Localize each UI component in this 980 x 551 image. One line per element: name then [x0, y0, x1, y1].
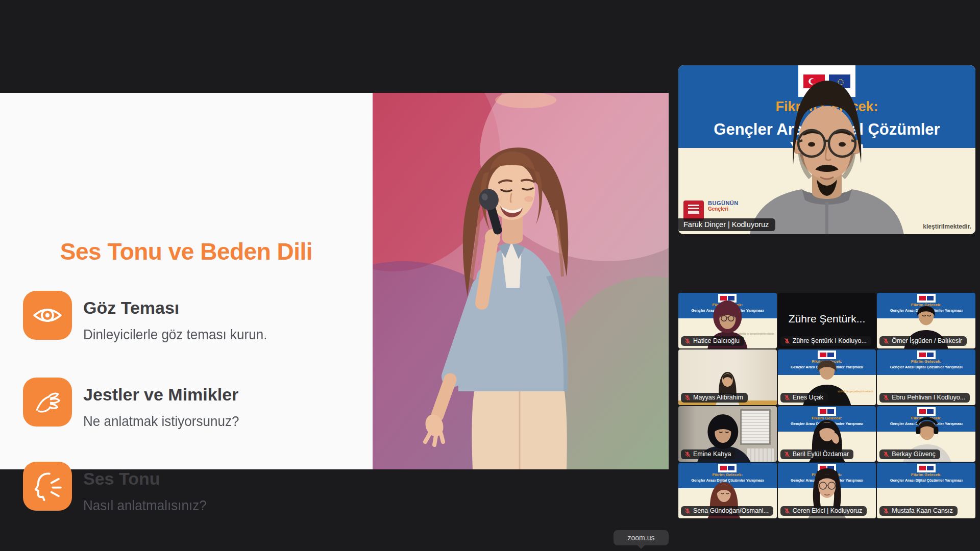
participant-tile-enes[interactable]: Fikrim Gelecek: Gençler Arası Dijital Çö…: [778, 349, 876, 405]
muted-mic-icon: [784, 338, 790, 344]
tiny-footer-text: işbirliği ile gerçekleştirilmektedir.: [739, 332, 775, 335]
participant-grid: Fikrim Gelecek: Gençler Arası Dijital Çö…: [678, 293, 975, 518]
participant-name: Enes Uçak: [793, 394, 823, 401]
muted-mic-icon: [784, 394, 790, 401]
participant-name: Faruk Dinçer | Kodluyoruz: [683, 220, 769, 229]
muted-mic-icon: [883, 508, 889, 514]
participant-name-tag: Mayyas Alibrahim: [681, 393, 748, 403]
hand-gesture-icon: [23, 378, 72, 427]
participant-tile-emine[interactable]: Emine Kahya: [678, 406, 777, 462]
background-footer-text: kleştirilmektedir.: [923, 223, 971, 230]
muted-mic-icon: [784, 508, 790, 514]
participant-name-tag: Ebru Pehlivan I Kodluyo...: [879, 393, 970, 403]
participant-name: Emine Kahya: [693, 450, 731, 458]
participant-name: Zühre Şentürk I Kodluyo...: [793, 337, 867, 344]
slide-title: Ses Tonu ve Beden Dili: [0, 238, 373, 265]
logo-text-line1: BUGÜNÜN: [708, 201, 739, 207]
participant-tile-ebru[interactable]: Fikrim Gelecek: Gençler Arası Dijital Çö…: [877, 349, 975, 405]
stage-speaker-photo: [373, 93, 669, 469]
slide-item-heading: Ses Tonu: [83, 469, 160, 489]
turkey-eu-flags-logo: [917, 464, 936, 472]
participant-name-tag: Enes Uçak: [780, 393, 828, 403]
muted-mic-icon: [784, 451, 790, 458]
tog-logo: [683, 201, 704, 221]
tooltip-text: zoom.us: [628, 534, 655, 542]
zoomus-tooltip: zoom.us: [614, 530, 669, 545]
participant-tile-sena[interactable]: Fikrim Gelecek: Gençler Arası Dijital Çö…: [678, 463, 777, 518]
active-speaker-video[interactable]: Fikrim Gelecek: Gençler Arası Dijital Çö…: [678, 65, 975, 234]
muted-mic-icon: [684, 394, 691, 401]
participant-tile-berkay[interactable]: Fikrim Gelecek: Gençler Arası Dijital Çö…: [877, 406, 975, 462]
participant-name-tag: Sena Gündoğan/Osmani...: [681, 506, 773, 516]
slide-item-description: Dinleyicilerle göz teması kurun.: [83, 327, 267, 343]
slide-item-description: Ne anlatmak istiyorsunuz?: [83, 413, 239, 430]
turkey-eu-flags-logo: [917, 350, 936, 359]
slide-item-description: Nasıl anlatmalısınız?: [83, 497, 207, 514]
slide-item-heading: Jestler ve Mimikler: [83, 385, 238, 405]
eye-icon: [23, 291, 72, 340]
participant-tile-mayyas[interactable]: Mayyas Alibrahim: [678, 349, 777, 405]
muted-mic-icon: [684, 508, 691, 514]
participant-name-tag: Berkay Güvenç: [879, 449, 940, 459]
participant-name-tag: Emine Kahya: [681, 449, 736, 459]
participant-name-tag: Hatice Dalcıoğlu: [681, 336, 744, 346]
participant-tile-beril[interactable]: Fikrim Gelecek: Gençler Arası Dijital Çö…: [778, 406, 876, 462]
participant-name: Sena Gündoğan/Osmani...: [693, 507, 769, 514]
participant-tile-ceren[interactable]: Fikrim Gelecek: Gençler Arası Dijital Çö…: [778, 463, 876, 518]
participant-name-tag: Mustafa Kaan Cansız: [879, 506, 958, 516]
slide-item-gestures: Jestler ve Mimikler Ne anlatmak istiyors…: [23, 378, 360, 429]
slide-item-eye-contact: Göz Teması Dinleyicilerle göz teması kur…: [23, 291, 360, 342]
slide-item-voice-tone: Ses Tonu Nasıl anlatmalısınız?: [23, 462, 360, 513]
participant-name: Mayyas Alibrahim: [693, 394, 743, 401]
participant-name-tag: Ömer İşgüden / Balıkesir: [879, 336, 967, 346]
participant-name: Ebru Pehlivan I Kodluyo...: [892, 394, 965, 401]
participant-name: Beril Eylül Özdamar: [793, 450, 849, 458]
zoom-meeting-window: Ses Tonu ve Beden Dili Göz Teması Dinley…: [0, 0, 980, 551]
tiny-footer-text: işbirliği ile gerçekleştirilmektedir.: [838, 390, 874, 393]
participant-name-tag: Ceren Ekici | Kodluyoruz: [780, 506, 867, 516]
participant-tile-hatice[interactable]: Fikrim Gelecek: Gençler Arası Dijital Çö…: [678, 293, 777, 348]
participant-name-tag: Faruk Dinçer | Kodluyoruz: [678, 218, 775, 231]
participant-tile-zuhre[interactable]: Zühre Şentürk... Zühre Şentürk I Kodluyo…: [778, 293, 876, 348]
participant-name-tag: Beril Eylül Özdamar: [780, 449, 853, 459]
participant-tile-mustafa[interactable]: Fikrim Gelecek: Gençler Arası Dijital Çö…: [877, 463, 975, 518]
logo-text-line2: Gençleri: [708, 207, 739, 212]
muted-mic-icon: [883, 338, 889, 344]
muted-mic-icon: [684, 451, 691, 458]
participant-name: Mustafa Kaan Cansız: [892, 507, 953, 514]
shared-screen-slide: Ses Tonu ve Beden Dili Göz Teması Dinley…: [0, 93, 669, 469]
participant-name: Ceren Ekici | Kodluyoruz: [793, 507, 863, 514]
participant-name: Ömer İşgüden / Balıkesir: [892, 337, 962, 344]
muted-mic-icon: [883, 394, 889, 401]
muted-mic-icon: [883, 451, 889, 458]
participant-name-tag: Zühre Şentürk I Kodluyo...: [780, 336, 871, 346]
slide-item-heading: Göz Teması: [83, 298, 179, 318]
speaking-face-icon: [23, 462, 72, 511]
participant-tile-omer[interactable]: Fikrim Gelecek: Gençler Arası Dijital Çö…: [877, 293, 975, 348]
participant-name: Hatice Dalcıoğlu: [693, 337, 740, 344]
muted-mic-icon: [684, 338, 691, 344]
participant-name: Berkay Güvenç: [892, 450, 935, 458]
bugunun-gencleri-logo: BUGÜNÜN Gençleri: [683, 201, 739, 221]
